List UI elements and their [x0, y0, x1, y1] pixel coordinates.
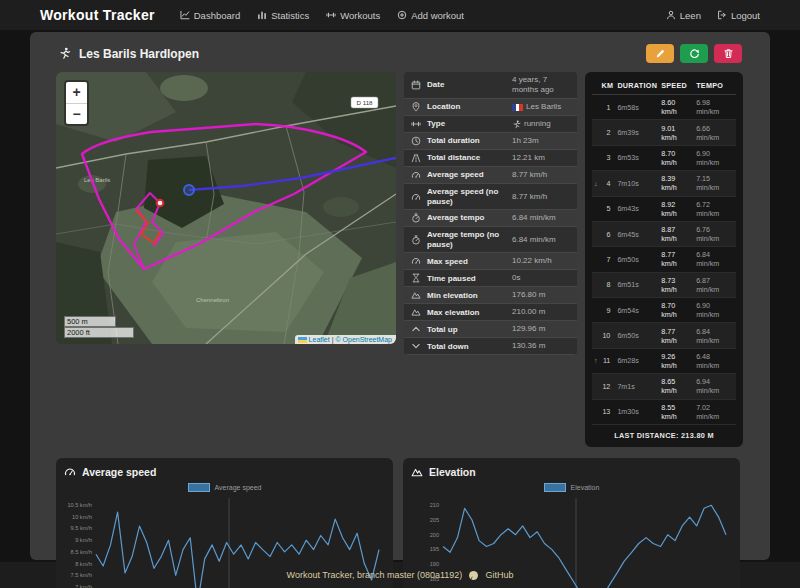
- nav-item-label: Dashboard: [194, 10, 240, 21]
- splits-tempo: 6.90 min/km: [694, 298, 736, 323]
- speedometer-icon: [64, 466, 76, 478]
- speedometer-icon: [411, 256, 421, 266]
- legend-swatch: [188, 483, 210, 492]
- splits-row: 76m50s8.77 km/h6.84 min/km: [592, 247, 736, 272]
- y-axis-tick-label: 8 km/h: [75, 560, 92, 566]
- splits-tempo: 6.94 min/km: [694, 374, 736, 399]
- nav-user[interactable]: Leen: [666, 10, 701, 21]
- nav-item-add-workout[interactable]: Add workout: [397, 10, 464, 21]
- detail-label: Total down: [427, 342, 506, 352]
- y-axis-tick-label: 195: [430, 546, 439, 552]
- delete-workout-button[interactable]: [714, 44, 742, 63]
- stopwatch-icon: [411, 235, 421, 245]
- splits-tempo: 7.15 min/km: [694, 171, 736, 196]
- detail-value: 210.00 m: [512, 307, 570, 317]
- detail-label: Total duration: [427, 136, 506, 146]
- y-axis-tick-label: 190: [430, 561, 439, 567]
- nav-item-label: Workouts: [340, 10, 380, 21]
- hourglass-icon: [411, 273, 421, 283]
- nav-item-workouts[interactable]: Workouts: [326, 10, 380, 21]
- splits-tempo: 6.87 min/km: [694, 272, 736, 297]
- detail-row: Min elevation176.80 m: [404, 287, 577, 304]
- leaflet-link[interactable]: Leaflet: [309, 336, 330, 343]
- map-scale-imperial: 2000 ft: [64, 327, 134, 338]
- ukraine-flag-icon: [298, 337, 307, 343]
- detail-value: 0s: [512, 273, 570, 283]
- detail-label: Type: [427, 119, 506, 129]
- elevation-chart-legend[interactable]: Elevation: [411, 483, 732, 492]
- position-marker[interactable]: [157, 200, 164, 207]
- zoom-out-button[interactable]: −: [66, 103, 87, 124]
- marker-cell: [592, 399, 600, 424]
- detail-row: Total down130.36 m: [404, 338, 577, 355]
- start-marker[interactable]: [184, 185, 194, 195]
- github-link[interactable]: GitHub: [485, 570, 513, 580]
- detail-value: 6.84 min/km: [512, 213, 570, 223]
- km-splits-card: KMDURATIONSPEEDTEMPO 16m58s8.60 km/h6.98…: [585, 72, 743, 447]
- nav-logout[interactable]: Logout: [717, 10, 760, 21]
- splits-km: 6: [600, 221, 616, 246]
- splits-km: 10: [600, 323, 616, 348]
- detail-value: 130.36 m: [512, 341, 570, 351]
- marker-cell: [592, 247, 600, 272]
- splits-duration: 6m28s: [615, 348, 659, 373]
- splits-tempo: 6.84 min/km: [694, 247, 736, 272]
- splits-tempo: 6.90 min/km: [694, 145, 736, 170]
- splits-header-tempo: TEMPO: [694, 77, 736, 95]
- splits-duration: 6m53s: [615, 145, 659, 170]
- detail-value-text: 210.00 m: [512, 307, 545, 317]
- nav-item-dashboard[interactable]: Dashboard: [180, 10, 240, 21]
- splits-km: 1: [600, 95, 616, 120]
- detail-row: Max speed10.22 km/h: [404, 253, 577, 270]
- splits-tempo: 6.66 min/km: [694, 120, 736, 145]
- splits-tempo: 7.02 min/km: [694, 399, 736, 424]
- runner-icon: [58, 47, 71, 60]
- splits-speed: 8.87 km/h: [659, 221, 694, 246]
- splits-row: 127m1s8.65 km/h6.94 min/km: [592, 374, 736, 399]
- detail-label: Total up: [427, 325, 506, 335]
- person-icon: [666, 10, 676, 20]
- zoom-in-button[interactable]: +: [66, 82, 87, 103]
- route-map[interactable]: Les Barils Chennebrun D 118 + − 500 m 20…: [56, 72, 396, 344]
- pencil-icon: [655, 48, 666, 59]
- splits-km: 5: [600, 196, 616, 221]
- map-label-road-d118: D 118: [356, 99, 373, 106]
- y-axis-tick-label: 7 km/h: [75, 584, 92, 588]
- splits-speed: 8.77 km/h: [659, 323, 694, 348]
- average-speed-chart-card: Average speed Average speed 10.5 km/h10 …: [56, 458, 393, 588]
- splits-header-speed: SPEED: [659, 77, 694, 95]
- detail-label: Average tempo: [427, 213, 506, 223]
- marker-cell: [592, 272, 600, 297]
- y-axis-tick-label: 8.5 km/h: [71, 549, 92, 555]
- detail-value-text: 176.80 m: [512, 290, 545, 300]
- osm-link[interactable]: © OpenStreetMap: [335, 336, 392, 343]
- marker-cell: [592, 196, 600, 221]
- workout-details-table: Date4 years, 7 months agoLocationLes Bar…: [404, 72, 577, 355]
- splits-km: 7: [600, 247, 616, 272]
- splits-row: 56m43s8.92 km/h6.72 min/km: [592, 196, 736, 221]
- splits-row: 36m53s8.70 km/h6.90 min/km: [592, 145, 736, 170]
- app-brand[interactable]: Workout Tracker: [40, 7, 155, 23]
- refresh-workout-button[interactable]: [680, 44, 708, 63]
- nav-item-statistics[interactable]: Statistics: [257, 10, 309, 21]
- splits-marker-col: [592, 77, 600, 95]
- splits-km: 11: [600, 348, 616, 373]
- splits-duration: 6m54s: [615, 298, 659, 323]
- speed-chart-legend[interactable]: Average speed: [64, 483, 385, 492]
- mountain-icon: [411, 290, 421, 300]
- runner-icon: [512, 120, 521, 129]
- nav-user-label: Leen: [680, 10, 701, 21]
- chevron-down-icon: [411, 341, 421, 351]
- edit-workout-button[interactable]: [646, 44, 674, 63]
- last-distance-label: LAST DISTANCE: 213.80 M: [592, 425, 736, 440]
- splits-row: 106m50s8.77 km/h6.84 min/km: [592, 323, 736, 348]
- speedometer-icon: [411, 170, 421, 180]
- splits-speed: 8.92 km/h: [659, 196, 694, 221]
- splits-speed: 8.65 km/h: [659, 374, 694, 399]
- detail-label: Date: [427, 80, 506, 90]
- slowest-km-arrow-down-icon: ↓: [592, 171, 600, 196]
- detail-value-text: Les Barils: [526, 102, 561, 112]
- detail-value: 8.77 km/h: [512, 192, 570, 202]
- detail-value-text: 10.22 km/h: [512, 256, 552, 266]
- detail-label: Time paused: [427, 274, 506, 284]
